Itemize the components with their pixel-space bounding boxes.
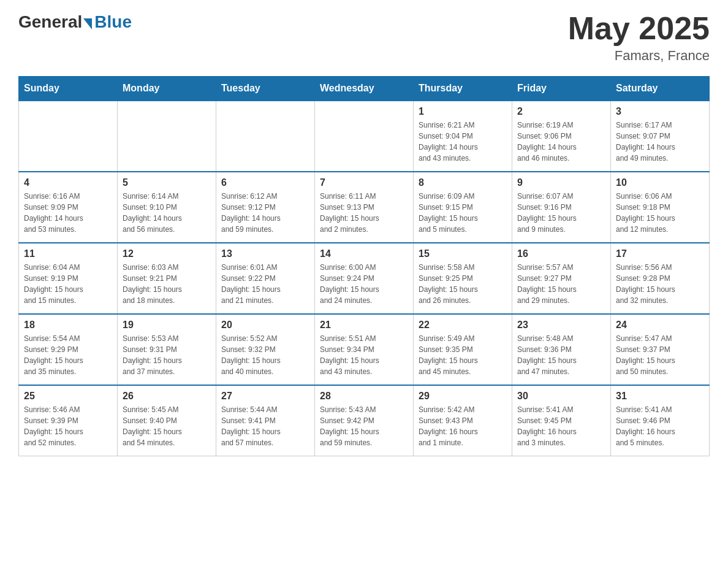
calendar-table: SundayMondayTuesdayWednesdayThursdayFrid… [18, 76, 710, 456]
day-info: Sunrise: 6:16 AMSunset: 9:09 PMDaylight:… [24, 191, 112, 235]
day-info: Sunrise: 5:54 AMSunset: 9:29 PMDaylight:… [24, 333, 112, 377]
weekday-header-thursday: Thursday [414, 77, 512, 101]
calendar-cell [216, 101, 315, 172]
day-number: 21 [320, 320, 408, 331]
page-header: General Blue May 2025 Famars, France [18, 12, 710, 64]
calendar-cell: 18Sunrise: 5:54 AMSunset: 9:29 PMDayligh… [19, 314, 118, 385]
day-info: Sunrise: 6:00 AMSunset: 9:24 PMDaylight:… [320, 262, 408, 306]
weekday-header-tuesday: Tuesday [216, 77, 315, 101]
calendar-week-row: 25Sunrise: 5:46 AMSunset: 9:39 PMDayligh… [19, 385, 710, 456]
calendar-week-row: 18Sunrise: 5:54 AMSunset: 9:29 PMDayligh… [19, 314, 710, 385]
day-number: 15 [419, 248, 507, 259]
calendar-week-row: 11Sunrise: 6:04 AMSunset: 9:19 PMDayligh… [19, 243, 710, 314]
day-info: Sunrise: 6:17 AMSunset: 9:07 PMDaylight:… [616, 120, 704, 164]
day-number: 18 [24, 320, 112, 331]
calendar-cell: 11Sunrise: 6:04 AMSunset: 9:19 PMDayligh… [19, 243, 118, 314]
calendar-cell: 30Sunrise: 5:41 AMSunset: 9:45 PMDayligh… [512, 385, 611, 456]
weekday-header-friday: Friday [512, 77, 611, 101]
logo-blue-text: Blue [94, 12, 132, 32]
calendar-cell [118, 101, 216, 172]
day-number: 3 [616, 106, 704, 117]
calendar-cell: 8Sunrise: 6:09 AMSunset: 9:15 PMDaylight… [414, 172, 512, 243]
day-info: Sunrise: 6:03 AMSunset: 9:21 PMDaylight:… [123, 262, 211, 306]
location-label: Famars, France [568, 48, 710, 64]
calendar-cell [315, 101, 414, 172]
day-info: Sunrise: 5:41 AMSunset: 9:46 PMDaylight:… [616, 404, 704, 448]
calendar-cell: 19Sunrise: 5:53 AMSunset: 9:31 PMDayligh… [118, 314, 216, 385]
calendar-cell: 6Sunrise: 6:12 AMSunset: 9:12 PMDaylight… [216, 172, 315, 243]
calendar-week-row: 1Sunrise: 6:21 AMSunset: 9:04 PMDaylight… [19, 101, 710, 172]
day-number: 5 [123, 177, 211, 188]
calendar-cell: 1Sunrise: 6:21 AMSunset: 9:04 PMDaylight… [414, 101, 512, 172]
day-info: Sunrise: 5:43 AMSunset: 9:42 PMDaylight:… [320, 404, 408, 448]
day-number: 25 [24, 391, 112, 402]
calendar-cell: 14Sunrise: 6:00 AMSunset: 9:24 PMDayligh… [315, 243, 414, 314]
day-number: 4 [24, 177, 112, 188]
day-number: 16 [517, 248, 605, 259]
day-info: Sunrise: 6:09 AMSunset: 9:15 PMDaylight:… [419, 191, 507, 235]
day-number: 19 [123, 320, 211, 331]
calendar-cell: 31Sunrise: 5:41 AMSunset: 9:46 PMDayligh… [611, 385, 710, 456]
day-number: 13 [221, 248, 309, 259]
day-number: 9 [517, 177, 605, 188]
day-info: Sunrise: 5:52 AMSunset: 9:32 PMDaylight:… [221, 333, 309, 377]
calendar-cell: 2Sunrise: 6:19 AMSunset: 9:06 PMDaylight… [512, 101, 611, 172]
day-info: Sunrise: 5:42 AMSunset: 9:43 PMDaylight:… [419, 404, 507, 448]
day-number: 27 [221, 391, 309, 402]
day-info: Sunrise: 5:47 AMSunset: 9:37 PMDaylight:… [616, 333, 704, 377]
calendar-cell: 16Sunrise: 5:57 AMSunset: 9:27 PMDayligh… [512, 243, 611, 314]
calendar-cell: 26Sunrise: 5:45 AMSunset: 9:40 PMDayligh… [118, 385, 216, 456]
day-number: 14 [320, 248, 408, 259]
calendar-cell: 17Sunrise: 5:56 AMSunset: 9:28 PMDayligh… [611, 243, 710, 314]
day-info: Sunrise: 6:21 AMSunset: 9:04 PMDaylight:… [419, 120, 507, 164]
day-number: 10 [616, 177, 704, 188]
calendar-header-row: SundayMondayTuesdayWednesdayThursdayFrid… [19, 77, 710, 101]
day-info: Sunrise: 6:14 AMSunset: 9:10 PMDaylight:… [123, 191, 211, 235]
calendar-cell: 3Sunrise: 6:17 AMSunset: 9:07 PMDaylight… [611, 101, 710, 172]
day-info: Sunrise: 5:49 AMSunset: 9:35 PMDaylight:… [419, 333, 507, 377]
calendar-cell [19, 101, 118, 172]
day-info: Sunrise: 5:45 AMSunset: 9:40 PMDaylight:… [123, 404, 211, 448]
day-info: Sunrise: 6:06 AMSunset: 9:18 PMDaylight:… [616, 191, 704, 235]
day-info: Sunrise: 6:19 AMSunset: 9:06 PMDaylight:… [517, 120, 605, 164]
day-info: Sunrise: 5:44 AMSunset: 9:41 PMDaylight:… [221, 404, 309, 448]
day-info: Sunrise: 5:46 AMSunset: 9:39 PMDaylight:… [24, 404, 112, 448]
calendar-cell: 10Sunrise: 6:06 AMSunset: 9:18 PMDayligh… [611, 172, 710, 243]
calendar-cell: 7Sunrise: 6:11 AMSunset: 9:13 PMDaylight… [315, 172, 414, 243]
calendar-cell: 4Sunrise: 6:16 AMSunset: 9:09 PMDaylight… [19, 172, 118, 243]
calendar-cell: 25Sunrise: 5:46 AMSunset: 9:39 PMDayligh… [19, 385, 118, 456]
calendar-cell: 29Sunrise: 5:42 AMSunset: 9:43 PMDayligh… [414, 385, 512, 456]
calendar-cell: 20Sunrise: 5:52 AMSunset: 9:32 PMDayligh… [216, 314, 315, 385]
day-info: Sunrise: 6:01 AMSunset: 9:22 PMDaylight:… [221, 262, 309, 306]
calendar-week-row: 4Sunrise: 6:16 AMSunset: 9:09 PMDaylight… [19, 172, 710, 243]
day-info: Sunrise: 6:12 AMSunset: 9:12 PMDaylight:… [221, 191, 309, 235]
day-number: 29 [419, 391, 507, 402]
calendar-cell: 12Sunrise: 6:03 AMSunset: 9:21 PMDayligh… [118, 243, 216, 314]
day-info: Sunrise: 5:58 AMSunset: 9:25 PMDaylight:… [419, 262, 507, 306]
day-number: 28 [320, 391, 408, 402]
calendar-cell: 27Sunrise: 5:44 AMSunset: 9:41 PMDayligh… [216, 385, 315, 456]
calendar-cell: 9Sunrise: 6:07 AMSunset: 9:16 PMDaylight… [512, 172, 611, 243]
day-number: 22 [419, 320, 507, 331]
title-section: May 2025 Famars, France [568, 12, 710, 64]
day-number: 30 [517, 391, 605, 402]
logo-general-text: General [18, 12, 82, 32]
weekday-header-saturday: Saturday [611, 77, 710, 101]
day-number: 7 [320, 177, 408, 188]
calendar-cell: 5Sunrise: 6:14 AMSunset: 9:10 PMDaylight… [118, 172, 216, 243]
calendar-cell: 22Sunrise: 5:49 AMSunset: 9:35 PMDayligh… [414, 314, 512, 385]
calendar-cell: 13Sunrise: 6:01 AMSunset: 9:22 PMDayligh… [216, 243, 315, 314]
calendar-cell: 28Sunrise: 5:43 AMSunset: 9:42 PMDayligh… [315, 385, 414, 456]
weekday-header-monday: Monday [118, 77, 216, 101]
day-number: 1 [419, 106, 507, 117]
day-info: Sunrise: 6:04 AMSunset: 9:19 PMDaylight:… [24, 262, 112, 306]
day-info: Sunrise: 6:07 AMSunset: 9:16 PMDaylight:… [517, 191, 605, 235]
day-info: Sunrise: 5:53 AMSunset: 9:31 PMDaylight:… [123, 333, 211, 377]
day-number: 17 [616, 248, 704, 259]
day-info: Sunrise: 5:56 AMSunset: 9:28 PMDaylight:… [616, 262, 704, 306]
day-info: Sunrise: 5:57 AMSunset: 9:27 PMDaylight:… [517, 262, 605, 306]
day-number: 24 [616, 320, 704, 331]
day-info: Sunrise: 5:41 AMSunset: 9:45 PMDaylight:… [517, 404, 605, 448]
calendar-cell: 21Sunrise: 5:51 AMSunset: 9:34 PMDayligh… [315, 314, 414, 385]
month-year-title: May 2025 [568, 12, 710, 44]
